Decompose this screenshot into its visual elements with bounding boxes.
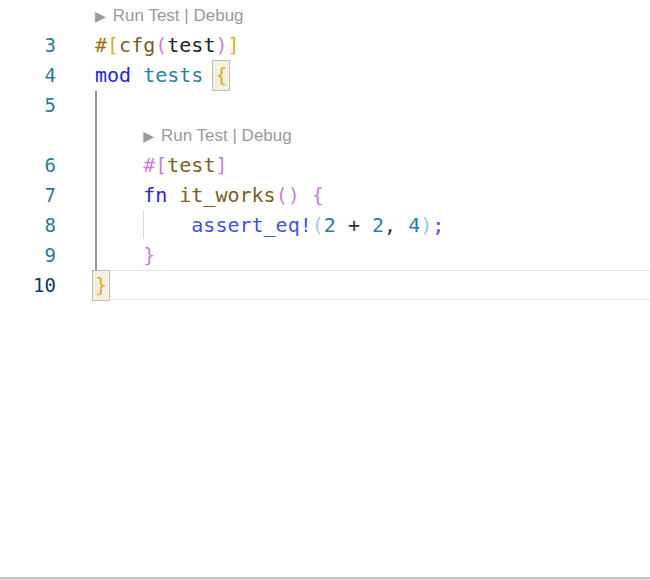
code-token: ) bbox=[215, 33, 227, 57]
code-token bbox=[396, 213, 408, 237]
code-token: ] bbox=[227, 33, 239, 57]
code-line-content[interactable]: fn it_works() { bbox=[95, 180, 324, 210]
code-line[interactable]: 7 fn it_works() { bbox=[0, 180, 650, 210]
code-token bbox=[95, 213, 191, 237]
code-token bbox=[95, 183, 143, 207]
code-token: { bbox=[312, 183, 324, 207]
code-token bbox=[167, 183, 179, 207]
code-line[interactable]: 3#[cfg(test)] bbox=[0, 30, 650, 60]
line-number[interactable]: 6 bbox=[0, 150, 56, 180]
code-token bbox=[95, 153, 143, 177]
code-line[interactable]: 6 #[test] bbox=[0, 150, 650, 180]
code-token: ) bbox=[288, 183, 300, 207]
code-token: it_works bbox=[179, 183, 275, 207]
code-line-content[interactable]: assert_eq!(2 + 2, 4); bbox=[95, 210, 444, 240]
code-token bbox=[336, 213, 348, 237]
code-editor: ▶Run Test | Debug3#[cfg(test)]4mod tests… bbox=[0, 0, 650, 580]
codelens: ▶Run Test | Debug bbox=[95, 0, 244, 30]
code-line[interactable]: 10} bbox=[0, 270, 650, 300]
code-line-content[interactable]: #[test] bbox=[95, 150, 227, 180]
line-number[interactable]: 3 bbox=[0, 30, 56, 60]
code-token: ; bbox=[432, 213, 444, 237]
code-token bbox=[300, 183, 312, 207]
code-token: test bbox=[167, 153, 215, 177]
code-line-content[interactable]: #[cfg(test)] bbox=[95, 30, 240, 60]
run-test-play-icon: ▶ bbox=[143, 128, 154, 144]
line-number[interactable]: 9 bbox=[0, 240, 56, 270]
codelens-run-test-link[interactable]: Run Test bbox=[161, 126, 228, 145]
codelens-debug-link[interactable]: Debug bbox=[193, 6, 243, 25]
code-token: } bbox=[143, 243, 155, 267]
code-token: , bbox=[384, 213, 396, 237]
code-line[interactable]: 4mod tests { bbox=[0, 60, 650, 90]
code-token: 2 bbox=[324, 213, 336, 237]
code-line-content[interactable]: } bbox=[95, 270, 107, 300]
codelens-run-test-link[interactable]: Run Test bbox=[113, 6, 180, 25]
codelens-debug-link[interactable]: Debug bbox=[242, 126, 292, 145]
code-token: assert_eq! bbox=[191, 213, 311, 237]
line-number[interactable]: 7 bbox=[0, 180, 56, 210]
code-token bbox=[360, 213, 372, 237]
code-token: 2 bbox=[372, 213, 384, 237]
code-token bbox=[131, 63, 143, 87]
code-token: test bbox=[167, 33, 215, 57]
code-token: # bbox=[95, 33, 107, 57]
code-token bbox=[95, 243, 143, 267]
code-token: ( bbox=[312, 213, 324, 237]
code-token: + bbox=[348, 213, 360, 237]
line-number[interactable]: 8 bbox=[0, 210, 56, 240]
codelens: ▶Run Test | Debug bbox=[143, 120, 292, 150]
code-line[interactable]: 8 assert_eq!(2 + 2, 4); bbox=[0, 210, 650, 240]
code-token: [ bbox=[155, 153, 167, 177]
code-token: fn bbox=[143, 183, 167, 207]
code-token: ) bbox=[420, 213, 432, 237]
code-line-content[interactable]: } bbox=[95, 240, 155, 270]
code-token: mod bbox=[95, 63, 131, 87]
code-token: ] bbox=[215, 153, 227, 177]
codelens-row: ▶Run Test | Debug bbox=[0, 120, 650, 150]
code-token: [ bbox=[107, 33, 119, 57]
bracket-match: { bbox=[213, 61, 229, 90]
codelens-separator: | bbox=[184, 6, 188, 25]
code-line[interactable]: 5 bbox=[0, 90, 650, 120]
code-token: # bbox=[143, 153, 155, 177]
code-token: cfg bbox=[119, 33, 155, 57]
code-line-content[interactable]: mod tests { bbox=[95, 60, 227, 90]
codelens-row: ▶Run Test | Debug bbox=[0, 0, 650, 30]
code-token: tests bbox=[143, 63, 203, 87]
code-line[interactable]: 9 } bbox=[0, 240, 650, 270]
line-number-active[interactable]: 10 bbox=[0, 270, 56, 300]
codelens-separator: | bbox=[232, 126, 236, 145]
code-token: 4 bbox=[408, 213, 420, 237]
line-number[interactable]: 4 bbox=[0, 60, 56, 90]
line-number[interactable]: 5 bbox=[0, 90, 56, 120]
bracket-match: } bbox=[93, 271, 109, 300]
code-token: ( bbox=[155, 33, 167, 57]
code-token: ( bbox=[276, 183, 288, 207]
run-test-play-icon: ▶ bbox=[95, 8, 106, 24]
